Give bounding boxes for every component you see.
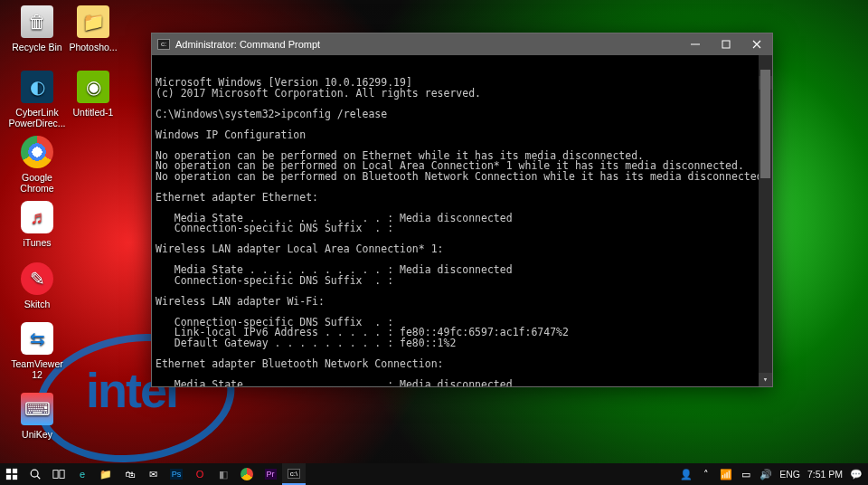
store-icon: 🛍: [125, 469, 135, 480]
svg-rect-1: [722, 41, 730, 48]
tray-notifications-icon[interactable]: 💬: [850, 468, 863, 480]
desktop-icon-label: CyberLink PowerDirec...: [5, 107, 69, 128]
folder-icon: 📁: [77, 5, 109, 38]
opera-icon: O: [196, 469, 204, 480]
task-view-icon: [52, 468, 65, 480]
svg-point-6: [31, 470, 38, 477]
desktop-icon-label: Untitled-1: [61, 107, 125, 118]
cyberlink-icon: ◐: [21, 71, 53, 103]
tray-clock[interactable]: 7:51 PM: [807, 469, 843, 480]
mail-icon: ✉: [149, 469, 157, 480]
svg-rect-5: [13, 475, 17, 480]
taskbar-opera[interactable]: O: [188, 463, 212, 485]
folder-icon: 📁: [99, 469, 112, 480]
ps-icon: Ps: [170, 469, 184, 480]
command-prompt-window[interactable]: c: Administrator: Command Prompt Microso…: [151, 33, 773, 387]
desktop-icon-chrome[interactable]: Google Chrome: [5, 136, 69, 194]
taskbar[interactable]: e 📁 🛍 ✉ Ps O ◧ Pr c:\ 👤 ˄ 📶 ▭ 🔊 ENG 7:51…: [0, 463, 868, 485]
svg-rect-3: [13, 469, 17, 473]
windows-icon: [5, 468, 18, 480]
taskbar-photoshop[interactable]: Ps: [165, 463, 188, 485]
tray-volume-icon[interactable]: 🔊: [760, 468, 772, 480]
app-icon: ◧: [219, 469, 228, 480]
itunes-icon: ♬: [21, 201, 53, 233]
pr-icon: Pr: [265, 469, 277, 480]
terminal-output[interactable]: Microsoft Windows [Version 10.0.16299.19…: [152, 55, 772, 386]
close-icon: [752, 40, 761, 49]
svg-rect-8: [53, 471, 58, 479]
desktop-icon-itunes[interactable]: ♬ iTunes: [5, 201, 69, 248]
system-tray[interactable]: 👤 ˄ 📶 ▭ 🔊 ENG 7:51 PM 💬: [680, 468, 868, 480]
taskbar-explorer[interactable]: 📁: [94, 463, 118, 485]
taskbar-premiere[interactable]: Pr: [259, 463, 282, 485]
maximize-icon: [722, 40, 731, 49]
search-icon: [29, 468, 42, 480]
desktop-icon-label: Recycle Bin: [5, 42, 69, 52]
chrome-icon: [21, 136, 53, 168]
close-button[interactable]: [741, 33, 772, 55]
scroll-down-button[interactable]: ▾: [759, 373, 772, 386]
recycle-bin-icon: 🗑: [21, 5, 53, 38]
cmd-icon: c:\: [288, 469, 300, 479]
minimize-icon: [691, 40, 700, 49]
scroll-thumb[interactable]: [760, 70, 770, 178]
desktop-icon-unikey[interactable]: ⌨ UniKey: [5, 393, 69, 440]
start-button[interactable]: [0, 463, 24, 485]
taskbar-edge[interactable]: e: [71, 463, 94, 485]
tray-network-icon[interactable]: 📶: [720, 468, 732, 480]
svg-rect-2: [6, 469, 11, 473]
window-title: Administrator: Command Prompt: [175, 39, 320, 50]
svg-rect-4: [6, 475, 11, 480]
terminal-text: Microsoft Windows [Version 10.0.16299.19…: [156, 78, 769, 386]
taskbar-store[interactable]: 🛍: [118, 463, 141, 485]
task-view-button[interactable]: [47, 463, 71, 485]
window-titlebar[interactable]: c: Administrator: Command Prompt: [152, 33, 772, 55]
scrollbar[interactable]: ▴ ▾: [759, 55, 772, 386]
svg-rect-9: [60, 471, 64, 479]
desktop-icon-recycle-bin[interactable]: 🗑 Recycle Bin: [5, 5, 69, 52]
taskbar-cmd[interactable]: c:\: [282, 463, 306, 485]
taskbar-app1[interactable]: ◧: [212, 463, 235, 485]
desktop-icon-label: Skitch: [5, 299, 69, 309]
maximize-button[interactable]: [711, 33, 741, 55]
nvidia-icon: ◉: [77, 71, 109, 103]
desktop-icon-label: TeamViewer 12: [5, 358, 69, 380]
desktop-icon-label: UniKey: [5, 429, 69, 440]
desktop-icon-skitch[interactable]: ✎ Skitch: [5, 262, 69, 309]
minimize-button[interactable]: [680, 33, 711, 55]
taskbar-mail[interactable]: ✉: [141, 463, 165, 485]
desktop-icon-cyberlink[interactable]: ◐ CyberLink PowerDirec...: [5, 71, 69, 128]
tray-language[interactable]: ENG: [779, 469, 800, 480]
desktop-icon-label: Photosho...: [61, 42, 125, 52]
chrome-icon: [241, 468, 253, 480]
tray-people-icon[interactable]: 👤: [680, 468, 693, 480]
svg-line-7: [37, 476, 40, 479]
tray-battery-icon[interactable]: ▭: [740, 468, 752, 480]
desktop-icon-label: Google Chrome: [5, 172, 69, 194]
tray-chevron-up-icon[interactable]: ˄: [700, 468, 712, 480]
svg-rect-0: [691, 44, 700, 45]
taskbar-chrome[interactable]: [235, 463, 259, 485]
desktop-icon-teamviewer[interactable]: ⇆ TeamViewer 12: [5, 322, 69, 380]
desktop-icon-photoshop[interactable]: 📁 Photosho...: [61, 5, 125, 52]
desktop-icon-label: iTunes: [5, 237, 69, 248]
desktop-icon-untitled[interactable]: ◉ Untitled-1: [61, 71, 125, 118]
search-button[interactable]: [24, 463, 47, 485]
teamviewer-icon: ⇆: [21, 322, 53, 355]
skitch-icon: ✎: [21, 262, 53, 295]
cmd-icon: c:: [157, 39, 170, 50]
unikey-icon: ⌨: [21, 393, 53, 425]
edge-icon: e: [80, 469, 85, 480]
